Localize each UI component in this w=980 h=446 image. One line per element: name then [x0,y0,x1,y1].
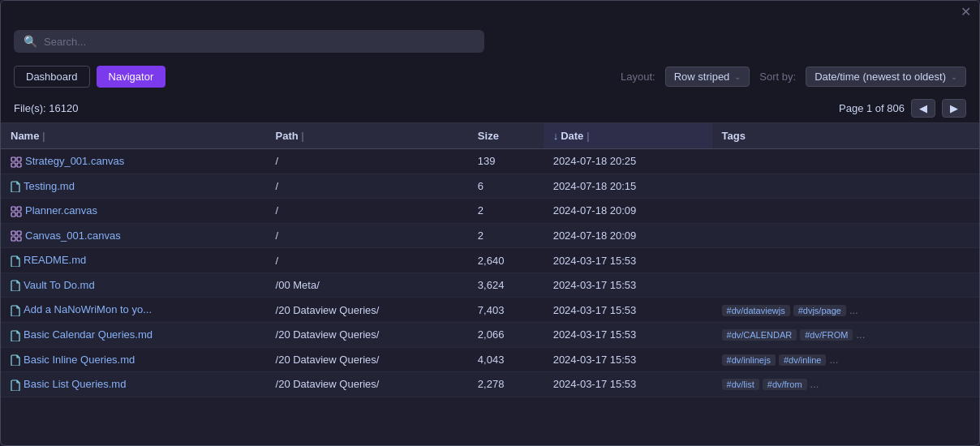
doc-file-icon [11,255,20,267]
toolbar: Dashboard Navigator Layout: Row striped … [1,59,979,94]
table-row: Add a NaNoWriMon to yo.../20 Dataview Qu… [1,298,979,323]
main-window: ✕ 🔍 Dashboard Navigator Layout: Row stri… [0,0,980,446]
toolbar-right: Layout: Row striped ⌄ Sort by: Date/time… [621,66,966,87]
cell-path: / [266,223,468,248]
col-name[interactable]: Name | [1,123,266,149]
tag-badge[interactable]: #dv/list [722,379,759,390]
cell-date: 2024-03-17 15:53 [544,272,712,298]
table-row: Canvas_001.canvas/22024-07-18 20:09 [1,223,979,248]
cell-size: 2,278 [468,372,544,397]
tag-ellipsis[interactable]: ... [856,328,865,341]
cell-tags: #dv/CALENDAR#dv/FROM... [712,322,979,347]
cell-tags [712,174,979,199]
doc-file-icon [11,280,20,291]
cell-path: /00 Meta/ [266,272,468,298]
tag-badge[interactable]: #dvjs/page [793,305,846,316]
cell-size: 139 [468,149,544,174]
sortby-select-wrap[interactable]: Date/time (newest to oldest) ⌄ [806,66,966,87]
next-page-button[interactable]: ▶ [942,99,966,118]
cell-tags [712,199,979,224]
doc-file-icon [11,330,20,341]
table-row: Planner.canvas/22024-07-18 20:09 [1,199,979,224]
cell-path: / [266,174,468,199]
prev-page-button[interactable]: ◀ [911,99,935,118]
table-row: Vault To Do.md/00 Meta/3,6242024-03-17 1… [1,272,979,298]
table-header: Name | Path | Size ↓Date | Tags [1,123,979,149]
cell-date: 2024-07-18 20:09 [544,223,712,248]
cell-name: Basic Calendar Queries.md [1,322,266,347]
close-button[interactable]: ✕ [961,6,971,19]
dashboard-button[interactable]: Dashboard [14,66,90,88]
table-row: README.md/2,6402024-03-17 15:53 [1,248,979,273]
tag-badge[interactable]: #dv/inline [779,354,826,366]
cell-size: 2 [468,199,544,224]
svg-rect-3 [17,163,21,167]
svg-rect-2 [11,163,15,167]
cell-size: 2,640 [468,248,544,273]
pagination-controls: Page 1 of 806 ◀ ▶ [839,99,966,118]
table-wrap: Name | Path | Size ↓Date | Tags Strategy… [1,123,979,445]
layout-value: Row striped [674,71,730,83]
navigator-button[interactable]: Navigator [97,66,166,88]
cell-name: Canvas_001.canvas [1,223,266,248]
sortby-value: Date/time (newest to oldest) [815,71,946,83]
cell-path: / [266,248,468,273]
tag-badge[interactable]: #dv/CALENDAR [722,329,797,341]
table-body: Strategy_001.canvas/1392024-07-18 20:25T… [1,149,979,397]
cell-date: 2024-03-17 15:53 [544,298,712,323]
tag-badge[interactable]: #dv/dataviewjs [722,305,790,316]
file-name-link[interactable]: Vault To Do.md [24,279,95,291]
col-path[interactable]: Path | [266,123,468,149]
cell-size: 7,403 [468,298,544,323]
cell-size: 2,066 [468,322,544,347]
cell-name: README.md [1,248,266,273]
cell-date: 2024-03-17 15:53 [544,322,712,347]
file-name-link[interactable]: Strategy_001.canvas [25,155,124,167]
tag-badge[interactable]: #dv/from [763,379,807,390]
doc-file-icon [11,181,20,192]
files-table: Name | Path | Size ↓Date | Tags Strategy… [1,123,979,397]
layout-select-wrap[interactable]: Row striped ⌄ [665,66,750,87]
page-info: Page 1 of 806 [839,102,905,114]
file-name-link[interactable]: Planner.canvas [25,204,97,217]
col-date[interactable]: ↓Date | [544,123,712,149]
title-bar: ✕ [1,1,979,24]
tag-badge[interactable]: #dv/FROM [800,329,853,341]
file-name-link[interactable]: Add a NaNoWriMon to yo... [24,303,152,315]
col-size[interactable]: Size [468,123,544,149]
cell-path: /20 Dataview Queries/ [266,298,468,323]
file-name-link[interactable]: Basic Inline Queries.md [24,354,135,366]
file-name-link[interactable]: Canvas_001.canvas [25,229,121,242]
search-input[interactable] [44,36,475,48]
svg-rect-8 [11,231,15,235]
tag-ellipsis[interactable]: ... [810,378,819,390]
cell-tags [712,272,979,298]
tag-badge[interactable]: #dv/inlinejs [722,354,776,366]
cell-name: Add a NaNoWriMon to yo... [1,298,266,323]
toolbar-left: Dashboard Navigator [14,66,165,88]
doc-file-icon [11,305,20,316]
pagination-area: File(s): 16120 Page 1 of 806 ◀ ▶ [1,94,979,123]
file-name-link[interactable]: Testing.md [24,180,75,192]
tag-ellipsis[interactable]: ... [849,304,858,316]
tag-ellipsis[interactable]: ... [829,354,838,366]
file-name-link[interactable]: Basic List Queries.md [24,378,126,390]
cell-tags [712,149,979,174]
file-name-link[interactable]: README.md [24,254,86,266]
cell-date: 2024-07-18 20:15 [544,174,712,199]
col-tags[interactable]: Tags [712,123,979,149]
cell-tags: #dv/dataviewjs#dvjs/page... [712,298,979,323]
cell-size: 4,043 [468,347,544,372]
cell-name: Vault To Do.md [1,272,266,298]
sortby-label: Sort by: [759,71,796,83]
sortby-chevron-icon: ⌄ [951,72,957,81]
table-row: Basic Inline Queries.md/20 Dataview Quer… [1,347,979,372]
file-name-link[interactable]: Basic Calendar Queries.md [24,328,153,341]
cell-name: Planner.canvas [1,199,266,224]
svg-rect-1 [17,157,21,161]
layout-chevron-icon: ⌄ [734,72,741,81]
table-row: Strategy_001.canvas/1392024-07-18 20:25 [1,149,979,174]
file-count: File(s): 16120 [14,102,78,114]
table-row: Testing.md/62024-07-18 20:15 [1,174,979,199]
cell-tags: #dv/list#dv/from... [712,372,979,397]
